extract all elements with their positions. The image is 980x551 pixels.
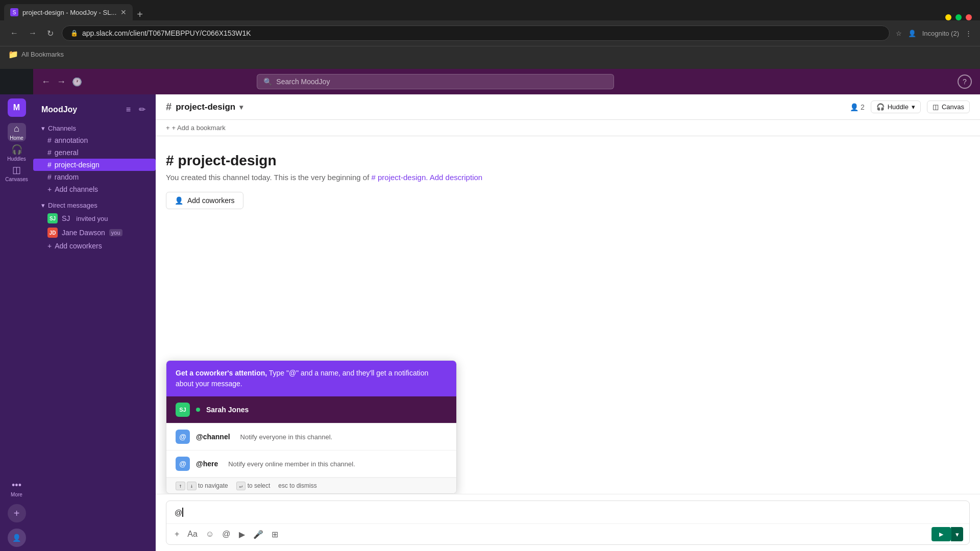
channel-name: random <box>55 173 79 181</box>
slack-topbar: ← → 🕐 🔍 Search MoodJoy ? <box>33 69 980 94</box>
add-bookmark-icon: + <box>166 124 170 132</box>
canvases-icon: ◫ <box>12 164 21 176</box>
mention-item-here[interactable]: @ @here Notify every online member in th… <box>166 450 456 478</box>
minimize-btn[interactable] <box>945 14 951 20</box>
nav-huddles-btn[interactable]: 🎧 Huddles <box>8 143 26 162</box>
all-bookmarks-icon: 📁 <box>8 49 18 59</box>
add-bookmark-label: + Add a bookmark <box>172 124 226 132</box>
menu-icon[interactable]: ⋮ <box>965 30 972 37</box>
more-label: More <box>11 492 22 497</box>
channel-dropdown-icon: ▾ <box>239 103 243 111</box>
title-hash: # <box>166 153 174 169</box>
browser-nav: ← → ↻ 🔒 app.slack.com/client/T067MEBPPUY… <box>0 20 980 46</box>
help-icon[interactable]: ? <box>958 74 972 89</box>
channel-title[interactable]: # project-design ▾ <box>166 101 243 113</box>
user-avatar[interactable]: 👤 <box>8 529 26 547</box>
add-channels-label: Add channels <box>55 185 98 193</box>
hash-icon: # <box>47 173 52 181</box>
sarah-avatar: SJ <box>176 403 190 417</box>
address-bar[interactable]: 🔒 app.slack.com/client/T067MEBPPUY/C066X… <box>62 26 890 41</box>
active-tab[interactable]: S project-design - MoodJoy - SL... ✕ <box>4 4 133 20</box>
channels-section-header[interactable]: ▾ Channels <box>33 122 156 134</box>
nav-home-btn[interactable]: ⌂ Home <box>8 123 26 141</box>
channel-random[interactable]: # random <box>33 171 156 183</box>
down-key: ↓ <box>187 482 197 490</box>
format-btn[interactable]: Aa <box>185 528 200 541</box>
dm-jane-dawson[interactable]: JD Jane Dawson you <box>33 226 156 240</box>
new-tab-btn[interactable]: + <box>133 9 147 20</box>
dm-avatar-jd: JD <box>47 228 58 238</box>
channels-section: ▾ Channels # annotation # general # proj… <box>33 122 156 195</box>
sarah-name: Sarah Jones <box>206 406 249 414</box>
sidebar-header: MoodJoy ≡ ✏ <box>33 98 156 120</box>
dm-section-header[interactable]: ▾ Direct messages <box>33 199 156 211</box>
search-placeholder: Search MoodJoy <box>276 78 330 86</box>
channel-general[interactable]: # general <box>33 146 156 159</box>
send-dropdown-btn[interactable]: ▾ <box>951 527 963 541</box>
canvas-btn[interactable]: ◫ Canvas <box>927 101 970 113</box>
workspace-name[interactable]: MoodJoy <box>41 105 77 114</box>
filter-btn[interactable]: ≡ <box>124 103 133 116</box>
channel-body: # project-design You created this channe… <box>156 136 980 494</box>
profile-icon[interactable]: 👤 <box>908 30 916 37</box>
select-label: to select <box>248 482 271 489</box>
message-input-field[interactable]: @ <box>166 501 969 523</box>
search-bar[interactable]: 🔍 Search MoodJoy <box>257 74 614 89</box>
topbar-forward-btn[interactable]: → <box>57 77 66 87</box>
huddles-icon: 🎧 <box>11 144 22 155</box>
add-description-link[interactable]: Add description <box>430 173 482 182</box>
close-btn[interactable] <box>966 14 972 20</box>
members-count[interactable]: 👤 2 <box>850 103 865 111</box>
add-coworkers-icon: + <box>47 242 52 250</box>
add-btn[interactable]: + <box>173 528 181 541</box>
workspace-icon[interactable]: M <box>8 98 26 117</box>
reload-btn[interactable]: ↻ <box>45 27 56 40</box>
mention-btn[interactable]: @ <box>220 528 232 541</box>
add-channels-link[interactable]: + Add channels <box>33 183 156 195</box>
mic-btn[interactable]: 🎤 <box>251 528 265 541</box>
nav-canvases-btn[interactable]: ◫ Canvases <box>8 164 26 182</box>
video-btn[interactable]: ▶ <box>237 528 247 541</box>
lock-icon: 🔒 <box>70 30 78 37</box>
add-coworkers-btn[interactable]: 👤 Add coworkers <box>166 192 243 209</box>
topbar-history-btn[interactable]: 🕐 <box>72 77 82 87</box>
back-btn[interactable]: ← <box>8 27 20 40</box>
incognito-label: Incognito (2) <box>922 30 959 37</box>
add-workspace-btn[interactable]: + <box>8 504 26 522</box>
at-channel-icon: @ <box>176 430 190 444</box>
mention-item-sarah[interactable]: SJ Sarah Jones <box>166 396 456 423</box>
canvases-label: Canvases <box>5 177 28 182</box>
channel-desc-link[interactable]: # project-design. <box>372 173 428 182</box>
maximize-btn[interactable] <box>955 14 962 20</box>
channel-title-text: project-design <box>176 102 235 112</box>
banner-bold-text: Get a coworker's attention, <box>176 369 267 377</box>
canvas-icon: ◫ <box>933 103 939 111</box>
tab-close-btn[interactable]: ✕ <box>120 8 127 16</box>
channel-project-design[interactable]: # project-design <box>33 159 156 171</box>
members-icon: 👤 <box>850 103 859 111</box>
emoji-btn[interactable]: ☺ <box>204 528 216 541</box>
huddle-btn[interactable]: 🎧 Huddle ▾ <box>871 101 921 113</box>
nav-more-btn[interactable]: ••• More <box>8 480 26 498</box>
bookmarks-label: All Bookmarks <box>21 51 64 58</box>
hash-icon: # <box>47 161 52 169</box>
add-bookmark-btn[interactable]: + + Add a bookmark <box>166 124 226 132</box>
channel-hash-icon: # <box>166 101 172 113</box>
compose-btn[interactable]: ✏ <box>137 103 148 116</box>
add-coworkers-label: Add coworkers <box>55 242 102 250</box>
add-coworkers-link[interactable]: + Add coworkers <box>33 240 156 252</box>
bookmarks-bar: 📁 All Bookmarks <box>0 46 980 62</box>
dm-sj[interactable]: SJ SJ invited you <box>33 211 156 226</box>
channel-annotation[interactable]: # annotation <box>33 134 156 146</box>
mention-item-channel[interactable]: @ @channel Notify everyone in this chann… <box>166 423 456 450</box>
at-here-icon: @ <box>176 457 190 471</box>
icon-sidebar: M ⌂ Home 🎧 Huddles ◫ Canvases ••• More +… <box>0 94 33 551</box>
topbar-back-btn[interactable]: ← <box>41 77 51 87</box>
star-icon[interactable]: ☆ <box>896 30 902 37</box>
send-button-group: ► ▾ <box>932 527 963 541</box>
forward-btn[interactable]: → <box>27 27 39 40</box>
send-btn[interactable]: ► <box>932 527 951 541</box>
navigate-hint: ↑ ↓ to navigate <box>176 482 228 489</box>
app: ← → 🕐 🔍 Search MoodJoy ? M ⌂ Home 🎧 Hudd… <box>0 69 980 551</box>
more-toolbar-btn[interactable]: ⊞ <box>270 528 280 541</box>
